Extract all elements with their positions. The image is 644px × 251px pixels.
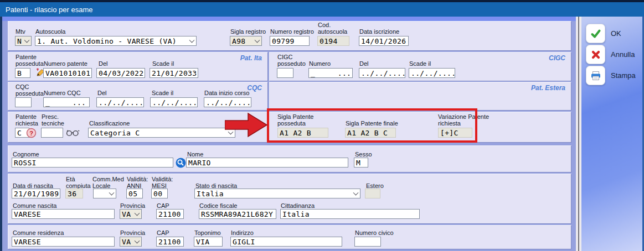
pat-ita-tag: Pat. Ita	[240, 54, 262, 62]
provincia-nascita-label: Provincia	[120, 202, 145, 209]
sesso-field[interactable]: M	[354, 158, 368, 168]
cigc-numero-label: Numero	[309, 60, 331, 67]
cognome-label: Cognome	[13, 151, 39, 158]
annulla-button[interactable]: Annulla	[586, 45, 635, 64]
toponimo-field[interactable]: VIA	[194, 237, 223, 247]
section-pat-estera: Pat. Estera	[269, 82, 571, 111]
numero-civico-field[interactable]	[354, 237, 381, 247]
cap-residenza-label: CAP	[157, 229, 169, 236]
presc-tecniche-field[interactable]	[41, 128, 63, 138]
pat-estera-tag: Pat. Estera	[531, 84, 565, 92]
sesso-label: Sesso	[355, 151, 372, 158]
provincia-residenza-label: Provincia	[120, 229, 145, 236]
comune-residenza-field[interactable]: VARESE	[12, 237, 115, 247]
section-cqc: CQC CQC posseduta Numero CQC _ ... Del .…	[8, 82, 268, 111]
action-sidebar: OK Annulla Stampa	[581, 17, 642, 251]
comm-med-label: Comm.Med Locale	[92, 176, 126, 189]
autoscuola-select[interactable]: 1. Aut. Voldomino - VARESE (VA)	[35, 36, 197, 46]
sigla-registro-select[interactable]: A98	[230, 36, 262, 46]
codice-fiscale-label: Codice fiscale	[199, 202, 237, 209]
cqc-del-field[interactable]: ../../....	[96, 97, 144, 107]
cap-nascita-field[interactable]: 21100	[156, 209, 184, 219]
provincia-residenza-select[interactable]: VA	[120, 237, 142, 247]
cod-autoscuola-field: 0194	[317, 36, 349, 46]
eta-label: Età compiuta	[66, 176, 95, 189]
chevron-down-icon	[189, 38, 195, 43]
comune-residenza-label: Comune residenza	[13, 229, 64, 236]
section-cigc: CIGC CIGC posseduto Numero _ ... Del ../…	[269, 52, 571, 81]
patente-scade-field[interactable]: 21/01/2033	[150, 68, 198, 78]
presc-tecniche-label: Presc. tecniche	[42, 113, 69, 127]
section-residenza: Comune residenza VARESE Provincia VA CAP…	[8, 225, 571, 249]
help-icon[interactable]: ?	[26, 128, 37, 138]
stato-nascita-select[interactable]: Italia	[194, 189, 360, 198]
autoscuola-label: Autoscuola	[35, 28, 65, 35]
cod-autoscuola-label: Cod. autoscuola	[318, 22, 352, 35]
chevron-down-icon	[353, 190, 359, 196]
cognome-field[interactable]: ROSSI	[12, 158, 173, 168]
cap-residenza-field[interactable]: 21100	[156, 237, 184, 247]
comm-med-select[interactable]	[93, 189, 116, 198]
nome-label: Nome	[187, 151, 203, 158]
mtv-select[interactable]: N	[15, 36, 32, 46]
data-nascita-field[interactable]: 21/01/1989	[12, 189, 60, 198]
svg-text:?: ?	[29, 130, 33, 137]
glasses-icon[interactable]	[66, 128, 80, 137]
stampa-button-label: Stampa	[611, 71, 636, 80]
data-iscrizione-field[interactable]: 14/01/2026	[359, 36, 409, 46]
numero-registro-label: Numero registro	[270, 28, 314, 35]
check-icon	[586, 24, 605, 43]
classificazione-select[interactable]: Categoria C	[88, 128, 235, 138]
cqc-inizio-field[interactable]: ../../....	[204, 97, 251, 107]
cigc-del-field[interactable]: ../../....	[359, 68, 405, 78]
chevron-down-icon	[24, 38, 30, 43]
cqc-numero-field[interactable]: _ ...	[43, 97, 90, 107]
cittadinanza-field[interactable]: Italia	[280, 209, 420, 219]
section-pat-ita: Pat. Ita Patente posseduta B Numero pate…	[8, 52, 268, 81]
highlight-arrow-icon	[225, 112, 268, 138]
chevron-down-icon	[135, 211, 140, 216]
cqc-scade-field[interactable]: ../../....	[150, 97, 198, 107]
cqc-numero-label: Numero CQC	[44, 90, 81, 96]
sigla-registro-label: Sigla registro	[230, 28, 266, 35]
splitter[interactable]	[576, 17, 581, 251]
chevron-down-icon	[135, 238, 140, 244]
cqc-scade-label: Scade il	[152, 90, 173, 96]
title-bar[interactable]: Patenti - rilascio per esame	[0, 2, 644, 17]
cancel-x-icon	[586, 45, 605, 64]
form-area: Mtv N Autoscuola 1. Aut. Voldomino - VAR…	[2, 17, 576, 251]
validita-anni-field[interactable]: 05	[126, 189, 143, 198]
chevron-down-icon	[255, 38, 260, 43]
numero-registro-field[interactable]: 09799	[270, 36, 310, 46]
cigc-posseduto-field[interactable]	[277, 68, 293, 78]
cittadinanza-label: Cittadinanza	[281, 202, 315, 209]
indirizzo-field[interactable]: GIGLI	[230, 237, 342, 247]
comune-nascita-field[interactable]: VARESE	[12, 209, 115, 219]
nome-field[interactable]: MARIO	[186, 158, 348, 168]
stampa-button[interactable]: Stampa	[586, 66, 636, 85]
patente-posseduta-field[interactable]: B	[15, 68, 30, 78]
cigc-scade-field[interactable]: ../../....	[409, 68, 455, 78]
classificazione-label: Classificazione	[89, 120, 130, 127]
highlight-box	[267, 108, 477, 143]
window-title: Patenti - rilascio per esame	[6, 6, 93, 14]
cigc-numero-field[interactable]: _ ...	[308, 68, 353, 78]
numero-patente-field[interactable]: VA01010101	[43, 68, 92, 78]
validita-mesi-field[interactable]: 00	[151, 189, 168, 198]
data-iscrizione-label: Data iscrizione	[359, 28, 399, 35]
patente-del-label: Del	[99, 60, 108, 67]
codice-fiscale-field[interactable]: RSSMRA89A21L682Y	[199, 209, 276, 219]
estero-field	[365, 189, 380, 198]
cqc-inizio-label: Data inizio corso	[204, 90, 249, 96]
validita-mesi-label: Validità: MESI	[152, 176, 178, 189]
ok-button[interactable]: OK	[586, 24, 621, 43]
cqc-posseduta-field[interactable]	[15, 97, 32, 107]
section-anagrafica: Cognome ROSSI Nome MARIO Sesso M	[8, 145, 571, 172]
annulla-button-label: Annulla	[611, 50, 635, 59]
cap-nascita-label: CAP	[157, 202, 169, 209]
provincia-nascita-select[interactable]: VA	[120, 209, 142, 219]
indirizzo-label: Indirizzo	[231, 229, 254, 236]
search-icon[interactable]	[176, 158, 186, 168]
patente-del-field[interactable]: 04/03/2022	[96, 68, 145, 78]
patente-scade-label: Scade il	[152, 60, 174, 67]
